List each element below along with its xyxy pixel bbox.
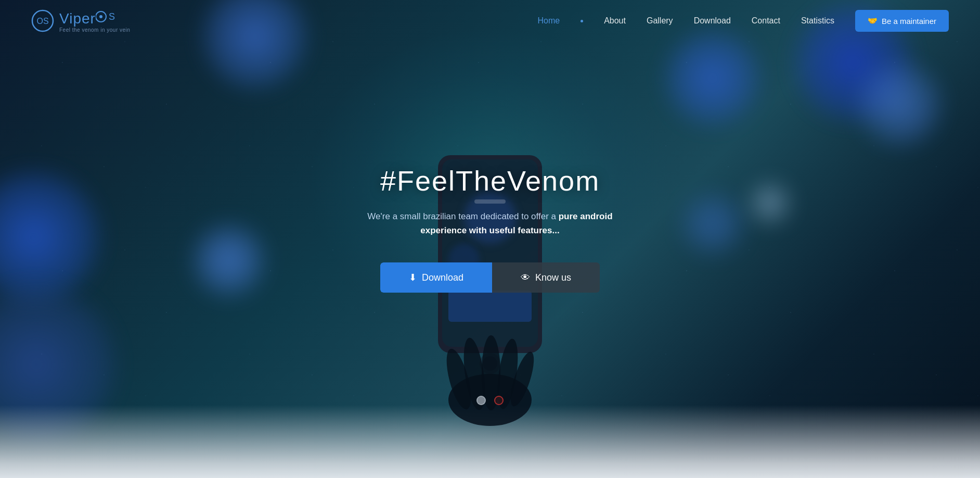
logo-block: Viper S Feel the venom in your vein xyxy=(59,9,130,33)
logo-icon: OS xyxy=(31,9,54,32)
maintainer-icon: 🤝 xyxy=(868,16,878,26)
download-label: Download xyxy=(422,272,463,283)
slide-dot-1[interactable] xyxy=(476,396,486,405)
slider-dots xyxy=(476,396,504,405)
logo-text-viper: Viper xyxy=(59,10,96,27)
navbar: OS Viper S Feel the venom in your vein xyxy=(0,0,980,42)
nav-link-gallery[interactable]: Gallery xyxy=(647,16,673,26)
hero-subtitle: We're a small brazilian team dedicated t… xyxy=(355,209,625,237)
hero-subtitle-plain: We're a small brazilian team dedicated t… xyxy=(367,211,558,221)
download-button[interactable]: ⬇ Download xyxy=(380,262,492,293)
knowus-label: Know us xyxy=(535,272,571,283)
logo-title-row: Viper S xyxy=(59,9,130,28)
nav-link-download[interactable]: Download xyxy=(694,16,731,26)
svg-point-17 xyxy=(99,15,102,18)
nav-link-about[interactable]: About xyxy=(604,16,626,26)
logo-text-os: S xyxy=(96,9,121,28)
nav-links: Home About Gallery Download Contact Stat… xyxy=(537,10,949,32)
download-icon: ⬇ xyxy=(409,272,417,283)
maintainer-label: Be a maintainer xyxy=(882,17,936,26)
hero-buttons: ⬇ Download 👁 Know us xyxy=(380,262,600,293)
eye-icon: 👁 xyxy=(521,272,530,283)
knowus-button[interactable]: 👁 Know us xyxy=(492,262,600,293)
svg-text:OS: OS xyxy=(36,17,48,26)
hero-content: #FeelTheVenom We're a small brazilian te… xyxy=(0,42,980,478)
nav-link-statistics[interactable]: Statistics xyxy=(801,16,834,26)
svg-text:S: S xyxy=(109,11,115,22)
nav-dot-separator xyxy=(581,20,583,22)
nav-link-home[interactable]: Home xyxy=(537,16,560,26)
logo-subtitle: Feel the venom in your vein xyxy=(59,27,130,33)
hero-title: #FeelTheVenom xyxy=(380,165,600,197)
slide-dot-2[interactable] xyxy=(494,396,504,405)
nav-link-contact[interactable]: Contact xyxy=(752,16,780,26)
be-maintainer-button[interactable]: 🤝 Be a maintainer xyxy=(855,10,949,32)
hero-section: OS Viper S Feel the venom in your vein xyxy=(0,0,980,478)
logo-area: OS Viper S Feel the venom in your vein xyxy=(31,9,130,33)
